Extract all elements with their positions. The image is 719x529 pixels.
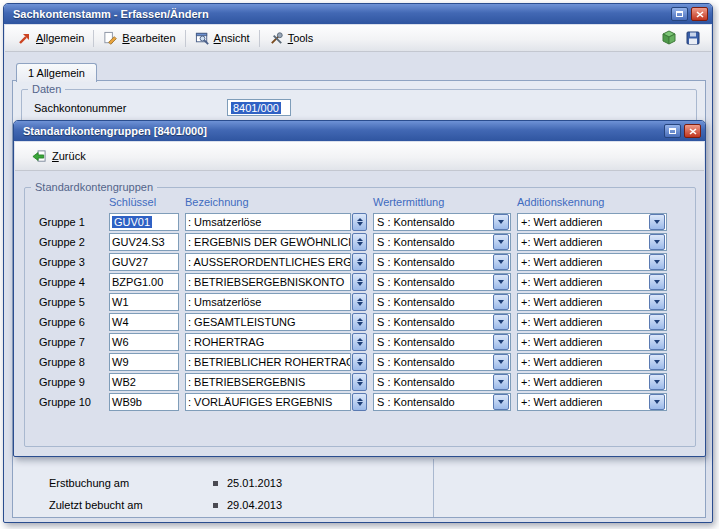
additionskennung-select[interactable]: +: Wert addieren [517,353,667,371]
bezeichnung-field[interactable]: : BETRIEBSERGEBNISKONTO [185,273,351,291]
schluessel-input[interactable]: W1 [109,293,179,311]
package-button[interactable] [657,27,681,49]
spin-up-icon [357,218,363,221]
dropdown-button[interactable] [493,254,509,270]
bezeichnung-field[interactable]: : Umsatzerlöse [185,213,351,231]
chevron-down-icon [498,260,504,264]
wertermittlung-select[interactable]: S : Kontensaldo [373,313,511,331]
lookup-spin-button[interactable] [352,253,367,271]
wertermittlung-select[interactable]: S : Kontensaldo [373,273,511,291]
additionskennung-select[interactable]: +: Wert addieren [517,273,667,291]
spin-up-icon [357,258,363,261]
sachkontonummer-input[interactable]: 8401/000 [227,99,291,116]
dialog-close-button[interactable] [684,124,701,138]
wertermittlung-select[interactable]: S : Kontensaldo [373,393,511,411]
menu-allgemein[interactable]: Allgemein [11,28,91,48]
schluessel-input[interactable]: W4 [109,313,179,331]
dialog-titlebar[interactable]: Standardkontengruppen [8401/000] [14,121,705,141]
schluessel-input[interactable]: W9 [109,353,179,371]
dropdown-button[interactable] [649,234,665,250]
wertermittlung-select[interactable]: S : Kontensaldo [373,253,511,271]
lookup-spin-button[interactable] [352,293,367,311]
lookup-spin-button[interactable] [352,373,367,391]
lookup-spin-button[interactable] [352,353,367,371]
schluessel-input[interactable]: GUV24.S3 [109,233,179,251]
chevron-down-icon [654,220,660,224]
dropdown-button[interactable] [649,394,665,410]
dropdown-button[interactable] [493,394,509,410]
bezeichnung-text: : ERGEBNIS DER GEWÖHNLICHEN GES [188,236,351,248]
schluessel-input[interactable]: WB9b [109,393,179,411]
bezeichnung-field[interactable]: : AUSSERORDENTLICHES ERGEBNIS [185,253,351,271]
dropdown-button[interactable] [649,254,665,270]
dropdown-button[interactable] [493,334,509,350]
wertermittlung-select[interactable]: S : Kontensaldo [373,213,511,231]
bezeichnung-field[interactable]: : BETRIEBSERGEBNIS [185,373,351,391]
bezeichnung-field[interactable]: : ROHERTRAG [185,333,351,351]
bezeichnung-field[interactable]: : GESAMTLEISTUNG [185,313,351,331]
additionskennung-select[interactable]: +: Wert addieren [517,213,667,231]
menu-ansicht[interactable]: Ansicht [188,28,257,49]
dropdown-button[interactable] [493,354,509,370]
lookup-spin-button[interactable] [352,313,367,331]
bezeichnung-text: : VORLÄUFIGES ERGEBNIS [188,396,332,408]
additionskennung-select[interactable]: +: Wert addieren [517,233,667,251]
tab-allgemein[interactable]: 1 Allgemein [16,63,97,82]
dropdown-button[interactable] [649,354,665,370]
additionskennung-select[interactable]: +: Wert addieren [517,313,667,331]
spin-down-icon [357,382,363,386]
additionskennung-text: +: Wert addieren [518,316,649,328]
menu-bearbeiten[interactable]: Bearbeiten [96,28,182,49]
additionskennung-select[interactable]: +: Wert addieren [517,333,667,351]
wertermittlung-select[interactable]: S : Kontensaldo [373,373,511,391]
dropdown-button[interactable] [493,274,509,290]
wertermittlung-select[interactable]: S : Kontensaldo [373,333,511,351]
dropdown-button[interactable] [649,294,665,310]
additionskennung-select[interactable]: +: Wert addieren [517,393,667,411]
wertermittlung-text: S : Kontensaldo [374,256,493,268]
additionskennung-select[interactable]: +: Wert addieren [517,373,667,391]
lookup-spin-button[interactable] [352,273,367,291]
schluessel-input[interactable]: GUV27 [109,253,179,271]
menu-tools[interactable]: Tools [262,28,321,49]
bezeichnung-field[interactable]: : ERGEBNIS DER GEWÖHNLICHEN GES [185,233,351,251]
wertermittlung-select[interactable]: S : Kontensaldo [373,293,511,311]
save-button[interactable] [681,27,705,49]
schluessel-input[interactable]: BZPG1.00 [109,273,179,291]
bezeichnung-field[interactable]: : Umsatzerlöse [185,293,351,311]
bezeichnung-text: : BETRIEBSERGEBNISKONTO [188,276,344,288]
additionskennung-select[interactable]: +: Wert addieren [517,293,667,311]
dropdown-button[interactable] [649,274,665,290]
lookup-spin-button[interactable] [352,393,367,411]
dropdown-button[interactable] [649,314,665,330]
minimize-button[interactable] [671,7,688,21]
dropdown-button[interactable] [649,374,665,390]
close-icon [689,128,697,135]
standardkontengruppen-group: Standardkontengruppen Schlüssel Bezeichn… [24,181,696,447]
lookup-spin-button[interactable] [352,213,367,231]
wertermittlung-select[interactable]: S : Kontensaldo [373,233,511,251]
additionskennung-select[interactable]: +: Wert addieren [517,253,667,271]
dropdown-button[interactable] [649,334,665,350]
gruppe-label: Gruppe 8 [39,356,103,368]
close-button[interactable] [691,7,708,21]
dialog-minimize-button[interactable] [664,124,681,138]
dropdown-button[interactable] [493,374,509,390]
bezeichnung-field[interactable]: : VORLÄUFIGES ERGEBNIS [185,393,351,411]
dropdown-button[interactable] [493,234,509,250]
bezeichnung-field[interactable]: : BETRIEBLICHER ROHERTRAG [185,353,351,371]
dropdown-button[interactable] [649,214,665,230]
lookup-spin-button[interactable] [352,233,367,251]
lookup-spin-button[interactable] [352,333,367,351]
main-titlebar[interactable]: Sachkontenstamm - Erfassen/Ändern [4,4,712,24]
wertermittlung-select[interactable]: S : Kontensaldo [373,353,511,371]
schluessel-input[interactable]: WB2 [109,373,179,391]
zuletzt-bebucht-row: Zuletzt bebucht am 29.04.2013 [49,499,282,511]
dropdown-button[interactable] [493,214,509,230]
dropdown-button[interactable] [493,294,509,310]
zurueck-button[interactable]: Zurück [23,146,94,167]
dropdown-button[interactable] [493,314,509,330]
schluessel-input[interactable]: W6 [109,333,179,351]
schluessel-input[interactable]: GUV01 [109,213,179,231]
gruppe-label: Gruppe 3 [39,256,103,268]
